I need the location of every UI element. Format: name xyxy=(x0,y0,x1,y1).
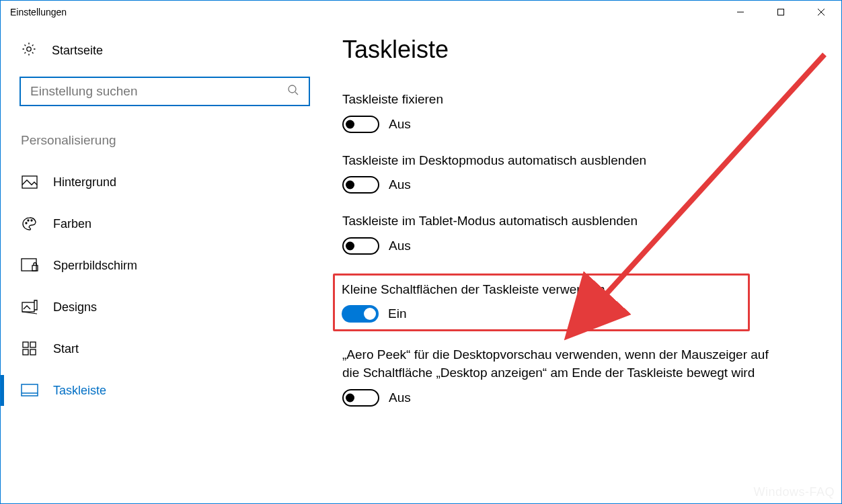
svg-rect-18 xyxy=(22,384,38,396)
sidebar-item-taskleiste[interactable]: Taskleiste xyxy=(20,370,298,411)
sidebar: Startseite Personalisierung Hintergrund … xyxy=(1,24,317,503)
setting-label: Taskleiste im Desktopmodus automatisch a… xyxy=(342,152,773,170)
svg-line-6 xyxy=(295,92,298,95)
setting-label: Taskleiste im Tablet-Modus automatisch a… xyxy=(342,212,773,230)
titlebar: Einstellungen xyxy=(1,1,841,24)
sidebar-item-hintergrund[interactable]: Hintergrund xyxy=(20,161,298,203)
sidebar-item-sperrbildschirm[interactable]: Sperrbildschirm xyxy=(20,245,298,286)
sidebar-item-farben[interactable]: Farben xyxy=(20,203,298,245)
window-title: Einstellungen xyxy=(10,7,67,17)
setting-aero-peek: „Aero Peek“ für die Desktopvorschau verw… xyxy=(342,346,788,406)
search-icon xyxy=(287,84,299,99)
watermark: Windows-FAQ xyxy=(753,485,835,499)
page-title: Taskleiste xyxy=(342,36,788,64)
sidebar-item-label: Start xyxy=(53,342,79,356)
sidebar-item-label: Sperrbildschirm xyxy=(53,259,137,273)
svg-point-10 xyxy=(31,220,32,221)
sidebar-home[interactable]: Startseite xyxy=(20,36,298,77)
toggle-state-label: Ein xyxy=(388,306,406,321)
toggle-state-label: Aus xyxy=(389,117,411,132)
svg-rect-14 xyxy=(23,342,28,347)
taskbar-icon xyxy=(21,382,38,399)
designs-icon xyxy=(21,298,38,316)
setting-label: Taskleiste fixieren xyxy=(342,91,773,109)
toggle-switch[interactable] xyxy=(342,389,379,407)
svg-rect-11 xyxy=(22,259,36,271)
sidebar-item-label: Hintergrund xyxy=(53,175,116,190)
svg-rect-15 xyxy=(30,342,36,347)
gear-icon xyxy=(21,41,37,60)
svg-point-9 xyxy=(28,220,29,221)
svg-rect-16 xyxy=(23,349,28,355)
setting-label: Kleine Schaltflächen der Taskleiste verw… xyxy=(342,281,741,299)
toggle-switch[interactable] xyxy=(342,305,379,323)
svg-point-8 xyxy=(26,222,27,224)
sidebar-item-label: Taskleiste xyxy=(53,384,106,398)
toggle-state-label: Aus xyxy=(389,177,411,192)
toggle-switch[interactable] xyxy=(342,176,379,194)
sidebar-item-label: Farben xyxy=(53,217,91,231)
close-button[interactable] xyxy=(801,1,841,24)
svg-rect-12 xyxy=(32,265,38,271)
setting-label: „Aero Peek“ für die Desktopvorschau verw… xyxy=(342,346,773,382)
toggle-switch[interactable] xyxy=(342,116,379,133)
toggle-state-label: Aus xyxy=(389,390,411,405)
setting-taskleiste-fixieren: Taskleiste fixieren Aus xyxy=(342,91,788,133)
minimize-button[interactable] xyxy=(720,1,761,24)
setting-tabletmodus-ausblenden: Taskleiste im Tablet-Modus automatisch a… xyxy=(342,212,788,255)
toggle-switch[interactable] xyxy=(342,237,379,255)
sidebar-section-label: Personalisierung xyxy=(20,133,298,148)
svg-point-4 xyxy=(27,47,31,51)
sidebar-item-designs[interactable]: Designs xyxy=(20,286,298,328)
maximize-button[interactable] xyxy=(761,1,801,24)
start-icon xyxy=(21,340,38,358)
sidebar-home-label: Startseite xyxy=(52,44,103,58)
sidebar-item-label: Designs xyxy=(53,300,97,314)
main-content: Taskleiste Taskleiste fixieren Aus Taskl… xyxy=(317,24,841,503)
titlebar-controls xyxy=(720,1,841,24)
svg-rect-17 xyxy=(30,349,36,355)
palette-icon xyxy=(21,215,38,233)
toggle-state-label: Aus xyxy=(389,239,411,253)
svg-rect-1 xyxy=(778,9,784,15)
picture-icon xyxy=(21,173,38,191)
search-box[interactable] xyxy=(20,77,310,106)
setting-desktopmodus-ausblenden: Taskleiste im Desktopmodus automatisch a… xyxy=(342,152,788,194)
lockscreen-icon xyxy=(21,257,38,274)
annotation-highlight: Kleine Schaltflächen der Taskleiste verw… xyxy=(333,274,750,332)
svg-point-5 xyxy=(289,85,296,93)
search-input[interactable] xyxy=(30,84,287,99)
setting-kleine-schaltflaechen: Kleine Schaltflächen der Taskleiste verw… xyxy=(342,281,741,323)
sidebar-nav: Hintergrund Farben Sperrbildschirm Desig… xyxy=(20,161,298,411)
sidebar-item-start[interactable]: Start xyxy=(20,328,298,370)
